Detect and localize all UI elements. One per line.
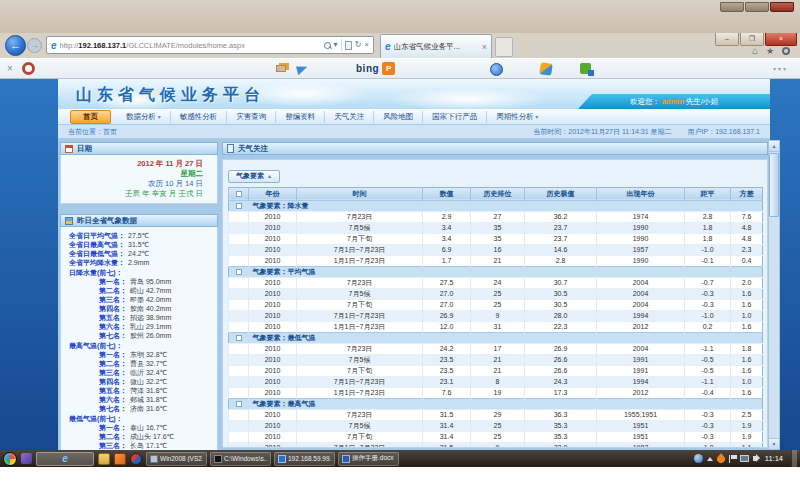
table-cell: 1.8	[685, 233, 731, 244]
action-center-flag-icon[interactable]	[729, 455, 736, 463]
taskbar-clock[interactable]: 11:14	[761, 454, 787, 463]
taskbar-button[interactable]: C:\Windows\s...	[210, 452, 271, 466]
table-row[interactable]: 20107月5候31.42535.31951-0.31.9	[229, 420, 763, 431]
taskbar-button[interactable]: 192.168.59.99...	[274, 452, 335, 466]
scroll-down-icon[interactable]: ▼	[769, 438, 779, 449]
nav-item-compiled-data[interactable]: 整编资料	[276, 111, 325, 123]
vertical-scrollbar[interactable]: ▲ ▼	[768, 140, 780, 450]
close-icon[interactable]	[770, 2, 794, 12]
table-cell: 21	[471, 255, 525, 266]
word-icon	[342, 455, 350, 463]
send-icon[interactable]	[296, 64, 309, 75]
table-cell: 2010	[249, 310, 297, 321]
table-row[interactable]: 20101月1日~7月23日1.7212.81990-0.10.4	[229, 255, 763, 266]
orange-app-icon[interactable]	[114, 453, 126, 465]
taskbar-button[interactable]: Win2008 (VS2...	[146, 452, 207, 466]
checkbox-icon[interactable]	[236, 335, 242, 341]
table-row[interactable]: 20107月23日2.92736.219742.87.6	[229, 211, 763, 222]
quick-launch-icon[interactable]	[21, 453, 32, 464]
puzzle-icon[interactable]	[580, 63, 591, 74]
back-button[interactable]: ←	[5, 35, 26, 56]
home-icon[interactable]: ⌂	[752, 46, 758, 56]
nav-item-disaster-query[interactable]: 灾害查询	[227, 111, 276, 123]
app-colorful-icon[interactable]	[539, 62, 553, 76]
table-row[interactable]: 20107月下旬31.42535.31951-0.31.9	[229, 431, 763, 442]
table-row[interactable]: 20107月5候27.02530.52004-0.31.6	[229, 288, 763, 299]
rank-value: 即墨 42.0mm	[130, 295, 171, 304]
table-row[interactable]: 20101月1日~7月23日7.61917.32012-0.41.6	[229, 387, 763, 398]
start-button[interactable]	[3, 452, 17, 466]
weather-table: 年份时间数值历史排位历史极值出现年份距平方差气象要素：降水量20107月23日2…	[228, 187, 763, 449]
row-checkbox-cell	[229, 288, 249, 299]
nav-item-weather-watch[interactable]: 天气关注	[325, 111, 374, 123]
close-icon[interactable]: ×	[765, 33, 797, 46]
table-cell: 35.3	[525, 420, 597, 431]
nav-item-home[interactable]: 首页	[70, 110, 111, 124]
tray-app-icon[interactable]	[694, 454, 703, 463]
chevron-down-icon[interactable]: ▾	[334, 41, 338, 49]
date-panel: 日期 2012 年 11 月 27 日 星期二 农历 10 月 14 日 壬辰 …	[60, 142, 218, 204]
page-title: 山东省气候业务平台	[76, 85, 265, 106]
table-row[interactable]: 20107月下旬3.43523.719901.84.8	[229, 233, 763, 244]
table-row[interactable]: 20107月23日24.21726.92004-1.11.8	[229, 343, 763, 354]
table-row[interactable]: 20107月下旬27.02530.52004-0.31.6	[229, 299, 763, 310]
table-cell: 7月5候	[297, 288, 423, 299]
table-row[interactable]: 20107月23日31.52936.31955,1951-0.32.5	[229, 409, 763, 420]
scroll-up-icon[interactable]: ▲	[769, 141, 779, 152]
table-row[interactable]: 20101月1日~7月23日12.03122.320120.21.6	[229, 321, 763, 332]
table-row[interactable]: 20107月1日~7月23日31.5933.01987-1.01.1	[229, 442, 763, 448]
search-icon[interactable]	[324, 42, 331, 49]
scrollbar-thumb[interactable]	[769, 153, 779, 217]
refresh-icon[interactable]: ↻	[355, 41, 362, 49]
table-cell: 16	[471, 244, 525, 255]
bing-logo[interactable]: bing P	[356, 62, 395, 75]
nav-item-risk-map[interactable]: 风险地图	[374, 111, 423, 123]
checkbox-icon[interactable]	[236, 191, 242, 197]
table-row[interactable]: 20107月23日27.52430.72004-0.72.0	[229, 277, 763, 288]
toolbar-close-icon[interactable]: ×	[7, 63, 13, 74]
toolbar-compass-icon[interactable]	[22, 62, 35, 75]
minimize-icon[interactable]	[720, 2, 744, 12]
more-icon[interactable]: ▾▾▾	[773, 65, 788, 72]
tray-flame-icon[interactable]	[715, 453, 726, 464]
tab-close-icon[interactable]: ×	[482, 42, 487, 52]
table-row[interactable]: 20107月5候3.43523.719901.84.8	[229, 222, 763, 233]
url-bar[interactable]: e http://192.168.137.1/GLCCLIMATE/module…	[46, 36, 374, 54]
nav-item-data-analysis[interactable]: 数据分析 ▾	[117, 111, 171, 123]
tray-expand-icon[interactable]	[707, 457, 713, 461]
element-filter-button[interactable]: 气象要素 ▲	[228, 170, 280, 183]
url-text[interactable]: http://192.168.137.1/GLCCLIMATE/modules/…	[60, 41, 321, 50]
table-row[interactable]: 20107月1日~7月23日23.1824.31994-1.11.0	[229, 376, 763, 387]
table-row[interactable]: 20107月1日~7月23日6.91614.61957-1.02.3	[229, 244, 763, 255]
forward-button[interactable]: →	[27, 38, 42, 53]
stop-icon[interactable]: ×	[364, 41, 369, 49]
table-row[interactable]: 20107月下旬23.52126.61991-0.51.6	[229, 365, 763, 376]
taskbar-ie-button[interactable]: e	[36, 452, 94, 466]
checkbox-icon[interactable]	[236, 203, 242, 209]
taskbar-button[interactable]: 操作手册.docx ...	[338, 452, 399, 466]
minimize-icon[interactable]: –	[715, 33, 739, 46]
table-cell: 4.8	[731, 233, 763, 244]
show-desktop-button[interactable]	[791, 450, 797, 467]
network-icon[interactable]	[740, 455, 749, 462]
app-badge-icon[interactable]	[490, 63, 503, 76]
checkbox-icon[interactable]	[236, 269, 242, 275]
folder-icon[interactable]	[98, 453, 110, 465]
nav-item-national-products[interactable]: 国家下行产品	[423, 111, 487, 123]
compatibility-view-icon[interactable]	[345, 41, 352, 50]
table-row[interactable]: 20107月5候23.52126.61991-0.51.6	[229, 354, 763, 365]
nav-item-sensitivity-analysis[interactable]: 敏感性分析	[171, 111, 228, 123]
checkbox-icon[interactable]	[236, 401, 242, 407]
new-tab-button[interactable]	[495, 37, 513, 57]
cards-icon[interactable]	[276, 65, 286, 72]
maximize-icon[interactable]	[745, 2, 769, 12]
rank-label: 第七名：	[69, 404, 127, 413]
volume-icon[interactable]	[753, 456, 757, 461]
browser-tab[interactable]: e 山东省气候业务平... ×	[380, 34, 492, 58]
media-app-icon[interactable]	[130, 453, 142, 465]
nav-item-periodic-analysis[interactable]: 周期性分析 ▾	[487, 111, 547, 123]
favorites-icon[interactable]: ★	[766, 46, 774, 56]
table-cell: 7月1日~7月23日	[297, 244, 423, 255]
table-row[interactable]: 20107月1日~7月23日26.9928.01994-1.01.0	[229, 310, 763, 321]
gear-icon[interactable]	[782, 47, 790, 55]
